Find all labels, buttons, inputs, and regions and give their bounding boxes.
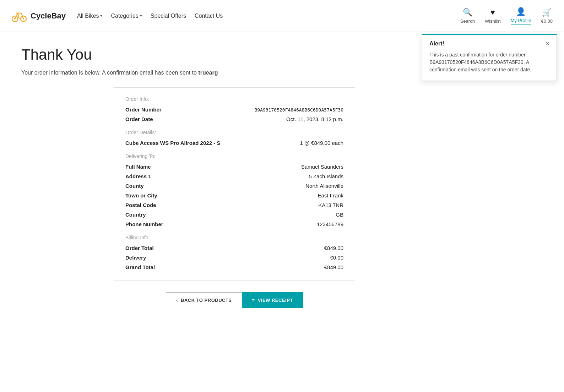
grand-total-row: Grand Total €849.00 bbox=[125, 262, 343, 272]
order-total-value: €849.00 bbox=[324, 245, 343, 251]
main-content: Thank You Your order information is belo… bbox=[0, 32, 391, 322]
chevron-icon: ▾ bbox=[100, 13, 102, 18]
grand-total-field: Grand Total bbox=[125, 264, 182, 270]
country-row: Country GB bbox=[125, 210, 343, 219]
svg-point-4 bbox=[14, 18, 16, 20]
address1-value: 5 Zach Islands bbox=[309, 173, 343, 179]
order-number-value: B9A93170520F4846A8B6C6D0A57A5F30 bbox=[255, 107, 343, 113]
phone-field: Phone Number bbox=[125, 221, 182, 227]
heart-icon: ♥ bbox=[490, 8, 495, 17]
order-date-row: Order Date Oct. 11, 2023, 8:12 p.m. bbox=[125, 114, 343, 124]
nav-link-categories[interactable]: Categories ▾ bbox=[111, 13, 142, 19]
special-offers-label: Special Offers bbox=[151, 13, 186, 19]
city-field: Town or City bbox=[125, 192, 182, 198]
order-number-row: Order Number B9A93170520F4846A8B6C6D0A57… bbox=[125, 105, 343, 114]
contact-us-label: Contact Us bbox=[195, 13, 223, 19]
wishlist-action[interactable]: ♥ Wishlist bbox=[485, 8, 501, 24]
search-label: Search bbox=[460, 18, 475, 24]
phone-row: Phone Number 123456789 bbox=[125, 219, 343, 229]
county-field: County bbox=[125, 183, 182, 189]
alert-body: This is a past confirmation for order nu… bbox=[429, 51, 549, 74]
delivering-to-label: Delivering To: bbox=[125, 153, 343, 159]
nav-link-special-offers[interactable]: Special Offers bbox=[151, 13, 186, 19]
order-date-value: Oct. 11, 2023, 8:12 p.m. bbox=[286, 116, 343, 122]
back-label: BACK TO PRODUCTS bbox=[181, 298, 232, 303]
user-icon: 👤 bbox=[516, 7, 526, 16]
nav-link-contact-us[interactable]: Contact Us bbox=[195, 13, 223, 19]
my-profile-label: My Profile bbox=[511, 18, 531, 24]
order-details-label: Order Details: bbox=[125, 130, 343, 135]
logo-icon bbox=[11, 10, 27, 22]
county-value: North Alisonville bbox=[305, 183, 343, 189]
postal-value: KA13 7NR bbox=[318, 202, 343, 208]
alert-popup: Alert! × This is a past confirmation for… bbox=[422, 34, 557, 81]
order-total-field: Order Total bbox=[125, 245, 182, 251]
product-name: Cube Access WS Pro Allroad 2022 - S bbox=[125, 140, 220, 146]
product-qty-price: 1 @ €849.00 each bbox=[300, 140, 343, 146]
my-profile-action[interactable]: 👤 My Profile bbox=[511, 7, 531, 24]
nav-left: CycleBay All Bikes ▾ Categories ▾ Specia… bbox=[11, 10, 223, 22]
brand-name: CycleBay bbox=[31, 11, 66, 21]
nav-right: 🔍 Search ♥ Wishlist 👤 My Profile 🛒 €0.00 bbox=[460, 7, 553, 24]
action-buttons: ‹ BACK TO PRODUCTS ≡ VIEW RECEIPT bbox=[114, 292, 355, 308]
country-value: GB bbox=[336, 212, 343, 218]
phone-value: 123456789 bbox=[317, 221, 343, 227]
city-value: East Frank bbox=[318, 192, 343, 198]
alert-close-button[interactable]: × bbox=[546, 40, 549, 47]
product-row: Cube Access WS Pro Allroad 2022 - S 1 @ … bbox=[125, 138, 343, 148]
order-date-field: Order Date bbox=[125, 116, 182, 122]
logo[interactable]: CycleBay bbox=[11, 10, 66, 22]
alert-header: Alert! × bbox=[429, 40, 549, 47]
subtitle-prefix: Your order information is below. A confi… bbox=[21, 70, 198, 76]
order-total-row: Order Total €849.00 bbox=[125, 243, 343, 253]
chevron-icon: ▾ bbox=[140, 13, 142, 18]
full-name-field: Full Name bbox=[125, 164, 182, 170]
cart-action[interactable]: 🛒 €0.00 bbox=[541, 8, 553, 24]
order-info-label: Order Info: bbox=[125, 96, 343, 102]
search-icon: 🔍 bbox=[463, 8, 472, 17]
county-row: County North Alisonville bbox=[125, 181, 343, 191]
country-field: Country bbox=[125, 212, 182, 218]
delivery-row: Delivery €0.00 bbox=[125, 253, 343, 262]
categories-label: Categories bbox=[111, 13, 138, 19]
email-partial: truearg bbox=[198, 70, 218, 76]
order-card: Order Info: Order Number B9A93170520F484… bbox=[114, 87, 355, 281]
full-name-row: Full Name Samuel Saunders bbox=[125, 162, 343, 172]
full-name-value: Samuel Saunders bbox=[301, 164, 343, 170]
nav-link-all-bikes[interactable]: All Bikes ▾ bbox=[77, 13, 102, 19]
address1-field: Address 1 bbox=[125, 173, 182, 179]
view-label: VIEW RECEIPT bbox=[258, 298, 293, 303]
back-arrow-icon: ‹ bbox=[176, 298, 178, 303]
address1-row: Address 1 5 Zach Islands bbox=[125, 172, 343, 181]
view-receipt-button[interactable]: ≡ VIEW RECEIPT bbox=[242, 292, 303, 308]
cart-icon: 🛒 bbox=[542, 8, 552, 17]
all-bikes-label: All Bikes bbox=[77, 13, 99, 19]
alert-title: Alert! bbox=[429, 40, 444, 47]
order-number-field: Order Number bbox=[125, 107, 182, 113]
cart-price: €0.00 bbox=[541, 18, 553, 24]
wishlist-label: Wishlist bbox=[485, 18, 501, 24]
page-title: Thank You bbox=[21, 46, 369, 63]
search-action[interactable]: 🔍 Search bbox=[460, 8, 475, 24]
nav-links: All Bikes ▾ Categories ▾ Special Offers … bbox=[77, 13, 223, 19]
receipt-icon: ≡ bbox=[252, 298, 255, 303]
order-subtitle: Your order information is below. A confi… bbox=[21, 70, 369, 76]
city-row: Town or City East Frank bbox=[125, 191, 343, 200]
svg-point-5 bbox=[23, 18, 24, 20]
postal-field: Postal Code bbox=[125, 202, 182, 208]
delivery-field: Delivery bbox=[125, 255, 182, 261]
navbar: CycleBay All Bikes ▾ Categories ▾ Specia… bbox=[0, 0, 564, 32]
back-to-products-button[interactable]: ‹ BACK TO PRODUCTS bbox=[166, 292, 242, 308]
grand-total-value: €849.00 bbox=[324, 264, 343, 270]
billing-info-label: Billing Info: bbox=[125, 235, 343, 240]
postal-row: Postal Code KA13 7NR bbox=[125, 200, 343, 210]
delivery-value: €0.00 bbox=[330, 255, 343, 261]
